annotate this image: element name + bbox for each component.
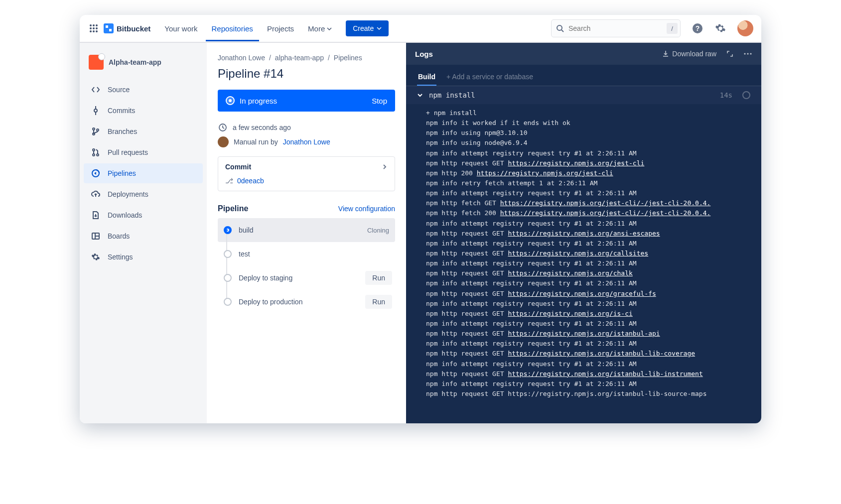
- user-avatar[interactable]: [737, 20, 753, 36]
- crumb-repo[interactable]: alpha-team-app: [275, 54, 324, 62]
- expand-icon: [726, 50, 733, 57]
- pull-request-icon: [91, 147, 101, 157]
- log-line: npm info attempt registry request try #1…: [406, 299, 761, 309]
- nav-your-work[interactable]: Your work: [158, 15, 203, 41]
- top-nav: Bitbucket Your work Repositories Project…: [80, 15, 761, 43]
- in-progress-icon: [226, 96, 235, 105]
- sidebar-item-deployments[interactable]: Deployments: [84, 184, 203, 204]
- log-line: npm info attempt registry request try #1…: [406, 339, 761, 349]
- log-link[interactable]: https://registry.npmjs.org/jest-cli/-/je…: [500, 209, 711, 217]
- stop-button[interactable]: Stop: [372, 97, 387, 105]
- commit-hash[interactable]: 0deeacb: [237, 177, 264, 185]
- log-link[interactable]: https://registry.npmjs.org/is-ci: [508, 310, 632, 317]
- more-actions-button[interactable]: [743, 50, 752, 57]
- chevron-down-icon: [327, 26, 332, 31]
- log-line: npm http request GET https://registry.np…: [406, 329, 761, 339]
- sidebar-item-boards[interactable]: Boards: [84, 226, 203, 246]
- search-input[interactable]: [551, 19, 681, 37]
- log-line: npm http request GET https://registry.np…: [406, 268, 761, 278]
- log-link[interactable]: https://registry.npmjs.org/graceful-fs: [508, 290, 656, 297]
- run-by-avatar: [218, 136, 229, 147]
- chevron-down-icon: [417, 92, 423, 98]
- log-link[interactable]: https://registry.npmjs.org/ansi-escapes: [508, 230, 660, 237]
- stage-status-icon: [224, 274, 232, 282]
- sidebar-item-downloads[interactable]: Downloads: [84, 205, 203, 225]
- download-raw-button[interactable]: Download raw: [662, 50, 716, 58]
- sidebar-item-label: Deployments: [108, 190, 148, 198]
- logs-title: Logs: [415, 50, 433, 58]
- create-button[interactable]: Create: [346, 20, 389, 36]
- pipeline-stage[interactable]: Deploy to productionRun: [218, 290, 395, 314]
- repo-header[interactable]: Alpha-team-app: [84, 51, 203, 74]
- repo-avatar-icon: [89, 55, 104, 70]
- log-link[interactable]: https://registry.npmjs.org/callsites: [508, 250, 648, 257]
- svg-point-31: [747, 53, 748, 54]
- sidebar-item-pull-requests[interactable]: Pull requests: [84, 142, 203, 162]
- chevron-right-icon: [382, 164, 388, 170]
- cloud-upload-icon: [91, 189, 101, 199]
- log-link[interactable]: https://registry.npmjs.org/istanbul-lib-…: [508, 350, 695, 357]
- crumb-owner[interactable]: Jonathon Lowe: [218, 54, 265, 62]
- svg-point-4: [93, 27, 95, 29]
- sidebar-item-label: Settings: [108, 253, 133, 261]
- sidebar-item-label: Boards: [108, 232, 130, 240]
- log-output[interactable]: + npm installnpm info it worked if it en…: [406, 104, 761, 423]
- svg-point-19: [93, 149, 95, 151]
- log-line: npm http fetch GET https://registry.npmj…: [406, 198, 761, 208]
- settings-icon[interactable]: [714, 22, 726, 34]
- stage-label: Deploy to staging: [239, 274, 292, 282]
- help-icon[interactable]: ?: [692, 22, 703, 34]
- ellipsis-icon: [743, 50, 752, 57]
- run-stage-button[interactable]: Run: [365, 295, 392, 309]
- logs-tab-build[interactable]: Build: [417, 69, 436, 86]
- log-line: npm http request GET https://registry.np…: [406, 158, 761, 168]
- log-link[interactable]: https://registry.npmjs.org/istanbul-api: [508, 330, 660, 337]
- logs-tab-add-service[interactable]: + Add a service or database: [445, 69, 534, 86]
- global-search: /: [551, 19, 681, 37]
- sidebar-item-label: Source: [108, 86, 130, 94]
- nav-more[interactable]: More: [302, 15, 338, 41]
- download-icon: [662, 50, 669, 57]
- pipeline-stage[interactable]: Deploy to stagingRun: [218, 266, 395, 290]
- stages-heading: Pipeline: [218, 204, 248, 213]
- log-line: npm info using npm@3.10.10: [406, 128, 761, 138]
- gear-icon: [91, 252, 101, 262]
- log-link[interactable]: https://registry.npmjs.org/istanbul-lib-…: [508, 370, 702, 378]
- nav-repositories[interactable]: Repositories: [206, 15, 259, 41]
- sidebar-item-label: Pull requests: [108, 148, 148, 156]
- app-switcher-icon[interactable]: [88, 22, 100, 34]
- sidebar-item-pipelines[interactable]: Pipelines: [84, 163, 203, 183]
- expand-button[interactable]: [726, 50, 733, 57]
- sidebar-item-settings[interactable]: Settings: [84, 247, 203, 267]
- run-by-user[interactable]: Jonathon Lowe: [283, 138, 330, 146]
- log-line: npm info attempt registry request try #1…: [406, 359, 761, 369]
- view-configuration-link[interactable]: View configuration: [338, 205, 395, 213]
- commit-icon: [91, 106, 101, 116]
- product-logo[interactable]: Bitbucket: [104, 23, 150, 33]
- log-step-name: npm install: [429, 91, 475, 99]
- nav-more-label: More: [308, 24, 325, 33]
- run-stage-button[interactable]: Run: [365, 271, 392, 285]
- log-link[interactable]: https://registry.npmjs.org/jest-cli/-/je…: [500, 199, 711, 207]
- svg-point-3: [90, 27, 92, 29]
- log-link[interactable]: https://registry.npmjs.org/jest-cli: [508, 159, 644, 167]
- pipeline-stage[interactable]: test: [218, 242, 395, 266]
- svg-point-32: [750, 53, 751, 54]
- sidebar-item-source[interactable]: Source: [84, 80, 203, 100]
- log-line: npm info attempt registry request try #1…: [406, 379, 761, 389]
- breadcrumb-separator: /: [269, 54, 271, 62]
- svg-point-9: [557, 25, 562, 30]
- commit-section-toggle[interactable]: Commit: [218, 157, 395, 177]
- breadcrumb: Jonathon Lowe / alpha-team-app / Pipelin…: [218, 54, 395, 62]
- crumb-page[interactable]: Pipelines: [334, 54, 362, 62]
- svg-point-0: [90, 24, 92, 26]
- log-link[interactable]: https://registry.npmjs.org/jest-cli: [477, 169, 613, 177]
- pipeline-stage[interactable]: buildCloning: [218, 218, 395, 242]
- chevron-down-icon: [377, 26, 382, 31]
- sidebar-item-branches[interactable]: Branches: [84, 122, 203, 141]
- nav-projects[interactable]: Projects: [261, 15, 300, 41]
- log-line: npm http request GET https://registry.np…: [406, 229, 761, 239]
- sidebar-item-commits[interactable]: Commits: [84, 101, 203, 121]
- log-step-header[interactable]: npm install 14s: [406, 86, 761, 104]
- log-link[interactable]: https://registry.npmjs.org/chalk: [508, 269, 632, 277]
